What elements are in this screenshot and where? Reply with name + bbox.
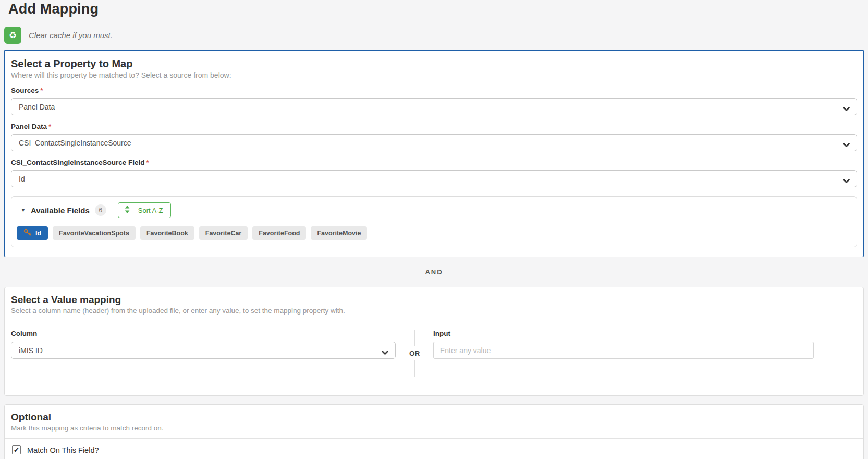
field-chip-label: FavoriteBook [146, 230, 188, 237]
field-chip[interactable]: FavoriteFood [252, 226, 306, 240]
field-chip-label: Id [35, 230, 41, 237]
value-section-header: Select a Value mapping Select a column n… [5, 287, 863, 321]
sources-label: Sources* [11, 87, 857, 94]
divider-line [4, 272, 415, 272]
page-header: Add Mapping [0, 0, 868, 21]
clear-cache-row: ♻ Clear cache if you must. [4, 27, 864, 44]
field-chip-id[interactable]: Id [17, 226, 48, 240]
value-section-title: Select a Value mapping [11, 294, 857, 306]
field-chip[interactable]: FavoriteMovie [311, 226, 367, 240]
divider-line [414, 360, 415, 377]
sort-az-button[interactable]: Sort A-Z [118, 202, 172, 218]
chevron-down-icon [843, 177, 850, 185]
source-field-select[interactable]: Id [11, 170, 857, 187]
match-on-field-label: Match On This Field? [27, 446, 99, 454]
chevron-down-icon [843, 105, 850, 113]
field-chip-label: FavoriteFood [259, 230, 300, 237]
panel-data-select-value: CSI_ContactSingleInstanceSource [19, 139, 131, 147]
value-input[interactable] [433, 342, 814, 359]
sort-icon [125, 206, 130, 215]
or-divider: OR [396, 329, 433, 377]
chevron-down-icon [843, 141, 850, 149]
clear-cache-button[interactable]: ♻ [4, 27, 21, 44]
field-chip[interactable]: FavoriteBook [140, 226, 194, 240]
available-fields-title: Available Fields [31, 206, 90, 215]
property-section-title: Select a Property to Map [11, 58, 857, 70]
checkmark-icon: ✔ [14, 446, 19, 454]
available-fields-count-badge: 6 [95, 204, 106, 216]
recycle-icon: ♻ [9, 30, 17, 41]
input-field-group: Input [433, 329, 814, 377]
column-select[interactable]: iMIS ID [11, 342, 396, 359]
column-select-value: iMIS ID [19, 346, 43, 355]
optional-section-panel: Optional Mark this mapping as criteria t… [4, 404, 864, 459]
key-icon [23, 228, 31, 238]
optional-section-header: Optional Mark this mapping as criteria t… [5, 405, 863, 438]
required-asterisk: * [146, 159, 149, 166]
field-chips: Id FavoriteVacationSpots FavoriteBook Fa… [17, 226, 851, 240]
required-asterisk: * [40, 87, 43, 94]
property-section-panel: Select a Property to Map Where will this… [4, 50, 864, 257]
value-section-subtitle: Select a column name (header) from the u… [11, 307, 857, 315]
required-asterisk: * [48, 123, 51, 130]
source-field-label: CSI_ContactSingleInstanceSource Field* [11, 159, 857, 166]
sources-select-value: Panel Data [19, 103, 55, 111]
chevron-down-icon [382, 348, 388, 357]
field-chip-label: FavoriteVacationSpots [59, 230, 129, 237]
field-chip[interactable]: FavoriteCar [199, 226, 248, 240]
field-chip-label: FavoriteCar [205, 230, 241, 237]
available-fields-box: ▼ Available Fields 6 Sort A-Z Id Favorit… [11, 196, 857, 247]
field-chip[interactable]: FavoriteVacationSpots [53, 226, 136, 240]
collapse-caret-icon[interactable]: ▼ [21, 208, 26, 213]
sources-select[interactable]: Panel Data [11, 98, 857, 115]
optional-section-subtitle: Mark this mapping as criteria to match r… [11, 424, 857, 432]
match-on-field-row: ✔ Match On This Field? [5, 439, 863, 459]
sort-az-label: Sort A-Z [138, 207, 163, 214]
input-label: Input [433, 330, 814, 337]
panel-data-label: Panel Data* [11, 123, 857, 130]
match-on-field-checkbox[interactable]: ✔ [12, 445, 21, 454]
page-title: Add Mapping [8, 1, 868, 17]
source-field-select-value: Id [19, 175, 25, 183]
value-section-body: Column iMIS ID OR Input [5, 321, 863, 395]
value-section-panel: Select a Value mapping Select a column n… [4, 287, 864, 396]
panel-data-select[interactable]: CSI_ContactSingleInstanceSource [11, 134, 857, 151]
clear-cache-hint: Clear cache if you must. [29, 31, 113, 40]
column-field-group: Column iMIS ID [11, 329, 396, 377]
column-label: Column [11, 330, 396, 337]
or-divider-label: OR [409, 346, 420, 360]
optional-section-title: Optional [11, 412, 857, 423]
property-section-subtitle: Where will this property be matched to? … [11, 71, 857, 79]
field-chip-label: FavoriteMovie [317, 230, 361, 237]
and-divider: AND [4, 268, 864, 276]
and-divider-label: AND [425, 268, 443, 276]
divider-line [453, 272, 864, 272]
available-fields-header: ▼ Available Fields 6 Sort A-Z [17, 202, 851, 218]
divider-line [414, 330, 415, 346]
